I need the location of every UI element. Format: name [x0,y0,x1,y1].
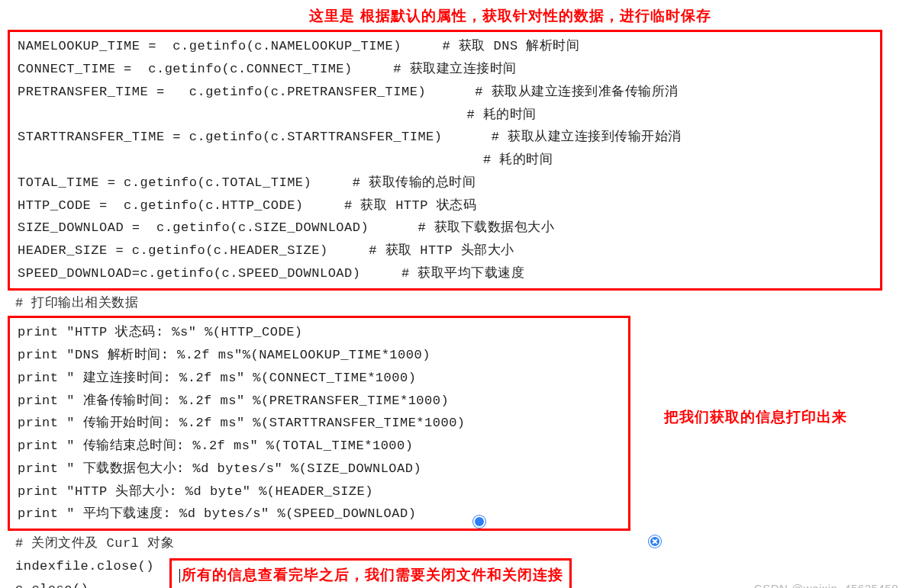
print-section-comment: # 打印输出相关数据 [15,292,903,315]
code-line: print " 传输结束总时间: %.2f ms" %(TOTAL_TIME*1… [18,435,621,458]
code-line: SIZE_DOWNLOAD = c.getinfo(c.SIZE_DOWNLOA… [18,217,872,239]
code-line: PRETRANSFER_TIME = c.getinfo(c.PRETRANSF… [18,81,872,104]
code-line: STARTTRANSFER_TIME = c.getinfo(c.STARTTR… [18,126,872,149]
code-line: print " 下载数据包大小: %d bytes/s" %(SIZE_DOWN… [18,458,621,480]
top-annotation: 这里是 根据默认的属性，获取针对性的数据，进行临时保存 [118,3,903,28]
watermark-text: CSDN @weixin_45625450 [754,579,898,588]
code-line: # 耗的时间 [18,104,872,127]
selection-handle-icon[interactable] [473,516,485,528]
code-line: HEADER_SIZE = c.getinfo(c.HEADER_SIZE) #… [18,239,872,262]
code-line: NAMELOOKUP_TIME = c.getinfo(c.NAMELOOKUP… [18,35,872,58]
code-line: print " 准备传输时间: %.2f ms" %(PRETRANSFER_T… [18,390,621,413]
code-line: print " 传输开始时间: %.2f ms" %(STARTTRANSFER… [18,412,621,435]
code-line: print "DNS 解析时间: %.2f ms"%(NAMELOOKUP_TI… [18,344,621,367]
code-line: indexfile.close() [15,555,154,578]
code-line: TOTAL_TIME = c.getinfo(c.TOTAL_TIME) # 获… [18,172,872,194]
code-line: print "HTTP 头部大小: %d byte" %(HEADER_SIZE… [18,480,621,503]
print-annotation: 把我们获取的信息打印出来 [664,404,847,429]
code-line: print "HTTP 状态码: %s" %(HTTP_CODE) [18,321,621,344]
print-code-box: print "HTTP 状态码: %s" %(HTTP_CODE) print … [8,316,630,531]
code-line: print " 建立连接时间: %.2f ms" %(CONNECT_TIME*… [18,367,621,390]
text-cursor-icon [179,569,180,583]
code-line: HTTP_CODE = c.getinfo(c.HTTP_CODE) # 获取 … [18,194,872,217]
code-line: CONNECT_TIME = c.getinfo(c.CONNECT_TIME)… [18,58,872,81]
selection-close-icon[interactable] [649,535,661,548]
code-line: c.close() [15,578,154,589]
close-section-comment: # 关闭文件及 Curl 对象 [15,532,903,555]
code-line: print " 平均下载速度: %d bytes/s" %(SPEED_DOWN… [18,503,621,525]
close-annotation-box: 所有的信息查看完毕之后，我们需要关闭文件和关闭连接 [169,558,572,588]
getinfo-code-box: NAMELOOKUP_TIME = c.getinfo(c.NAMELOOKUP… [8,30,882,290]
code-line: # 耗的时间 [18,149,872,172]
code-line: SPEED_DOWNLOAD=c.getinfo(c.SPEED_DOWNLOA… [18,262,872,285]
close-annotation-text: 所有的信息查看完毕之后，我们需要关闭文件和关闭连接 [182,567,563,583]
